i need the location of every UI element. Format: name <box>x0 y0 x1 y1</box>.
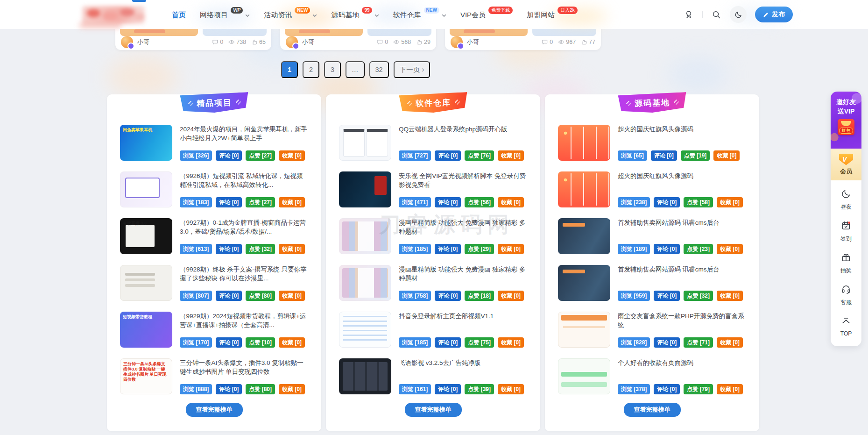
item-thumbnail[interactable]: 闲鱼卖苹果耳机 <box>120 125 172 161</box>
item-thumbnail[interactable] <box>558 218 610 254</box>
favorites-badge: 收藏 [0] <box>498 384 524 394</box>
page-button[interactable]: 2 <box>303 61 319 78</box>
side-tool-gift[interactable]: 抽奖 <box>831 248 861 279</box>
list-item[interactable]: 首发辅助售卖网站源码 讯睿cms后台 浏览 [959] 评论 [0] 点赞 [3… <box>558 265 746 301</box>
item-title[interactable]: 漫画星精简版 功能强大 免费漫画 独家精彩 多种题材 <box>399 265 527 283</box>
nav-item-3[interactable]: 源码基地 99 <box>331 10 379 20</box>
item-thumbnail[interactable] <box>558 265 610 301</box>
side-tool-calendar[interactable]: 签到 <box>831 216 861 248</box>
nav-item-home[interactable]: 首页 <box>172 10 186 20</box>
medal-icon[interactable] <box>684 9 694 20</box>
item-thumbnail[interactable] <box>339 265 391 301</box>
invite-line2: 送VIP <box>838 107 855 116</box>
list-item[interactable]: 飞语影视 v3.2.5去广告纯净版 浏览 [161] 评论 [0] 点赞 [39… <box>339 358 527 394</box>
list-item[interactable]: 雨尘交友盲盒系统一款PHP开源免费的盲盒系统 浏览 [828] 评论 [0] 点… <box>558 312 746 348</box>
list-item[interactable]: 超火的国庆红旗风头像源码 浏览 [65] 评论 [0] 点赞 [19] 收藏 [… <box>558 125 746 161</box>
nav-item-6[interactable]: 加盟网站 日入2k <box>527 10 578 20</box>
column-ribbon: 软件仓库 <box>397 92 469 114</box>
invite-vip-banner[interactable]: 邀好友 送VIP 红包 <box>831 92 861 149</box>
publish-button[interactable]: 发布 <box>755 7 793 22</box>
list-item[interactable]: 安乐视 全网VIP蓝光视频解析脚本 免登录付费影视免费看 浏览 [471] 评论… <box>339 171 527 207</box>
item-thumbnail[interactable]: 短视频带货教程 <box>120 312 172 348</box>
item-stat-badges: 浏览 [170] 评论 [0] 点赞 [10] 收藏 [0] <box>180 337 308 348</box>
item-title[interactable]: 超火的国庆红旗风头像源码 <box>618 171 746 180</box>
item-title[interactable]: 首发辅助售卖网站源码 讯睿cms后台 <box>618 218 746 227</box>
avatar[interactable] <box>286 36 298 48</box>
list-item[interactable]: 个人好看的收款有页面源码 浏览 [378] 评论 [0] 点赞 [79] 收藏 … <box>558 358 746 394</box>
item-title[interactable]: 飞语影视 v3.2.5去广告纯净版 <box>399 358 527 367</box>
list-item[interactable]: 漫画星精简版 功能强大 免费漫画 独家精彩 多种题材 浏览 [185] 评论 [… <box>339 218 527 254</box>
author-name[interactable]: 小哥 <box>302 38 314 46</box>
list-item[interactable]: QQ云端机器人登录系统php源码开心版 浏览 [727] 评论 [0] 点赞 [… <box>339 125 527 161</box>
column-title: 软件仓库 <box>415 97 451 109</box>
item-thumbnail[interactable] <box>120 265 172 301</box>
list-item[interactable]: 三分钟一条AI头条爆文 插件3.0 复制粘贴 一键生成抄书图片 单日变现四位数 … <box>120 358 308 394</box>
comments-badge: 评论 [0] <box>435 337 461 348</box>
red-packet-icon[interactable]: 红包 <box>838 119 854 135</box>
item-thumbnail[interactable] <box>558 312 610 348</box>
side-tool-headset[interactable]: 客服 <box>831 279 861 311</box>
avatar[interactable] <box>121 36 133 48</box>
item-thumbnail[interactable] <box>339 218 391 254</box>
item-title[interactable]: （9927期）0-1成为金牌直播-橱窗商品卡运营3.0，基础/货品/场景/话术/… <box>180 218 308 236</box>
item-title[interactable]: 漫画星精简版 功能强大 免费漫画 独家精彩 多种题材 <box>399 218 527 236</box>
site-logo[interactable] <box>82 6 145 24</box>
page-button[interactable]: 1 <box>281 61 298 78</box>
item-title[interactable]: QQ云端机器人登录系统php源码开心版 <box>399 125 527 134</box>
vip-member-label: 会员 <box>840 167 852 176</box>
side-tool-chevron-up[interactable]: TOP <box>831 311 861 342</box>
vip-member-entry[interactable]: V 会员 <box>831 149 861 180</box>
item-thumbnail[interactable] <box>339 125 391 161</box>
page-button[interactable]: … <box>346 61 365 78</box>
item-title[interactable]: 抖音免登录解析主页全部视频V1.1 <box>399 312 527 321</box>
nav-item-5[interactable]: VIP会员 免费下载 <box>460 10 513 20</box>
item-thumbnail[interactable] <box>120 171 172 207</box>
side-tool-moon[interactable]: 昼夜 <box>831 184 861 216</box>
item-thumbnail[interactable]: 三分钟一条AI头条爆文 插件3.0 复制粘贴 一键生成抄书图片 单日变现四位数 <box>120 358 172 394</box>
nav-item-1[interactable]: 网络项目 VIP <box>200 10 250 20</box>
list-item[interactable]: 抖音免登录解析主页全部视频V1.1 浏览 [185] 评论 [0] 点赞 [75… <box>339 312 527 348</box>
comments-badge: 评论 [0] <box>654 291 680 301</box>
nav-item-2[interactable]: 活动资讯 NEW <box>264 10 317 20</box>
item-thumbnail[interactable] <box>558 125 610 161</box>
item-title[interactable]: 超火的国庆红旗风头像源码 <box>618 125 746 134</box>
author-name[interactable]: 小哥 <box>137 38 149 46</box>
list-item[interactable]: 首发辅助售卖网站源码 讯睿cms后台 浏览 [189] 评论 [0] 点赞 [2… <box>558 218 746 254</box>
list-item[interactable]: 漫画星精简版 功能强大 免费漫画 独家精彩 多种题材 浏览 [758] 评论 [… <box>339 265 527 301</box>
page-button[interactable]: 32 <box>369 61 389 78</box>
item-title[interactable]: 安乐视 全网VIP蓝光视频解析脚本 免登录付费影视免费看 <box>399 171 527 189</box>
list-item[interactable]: 短视频带货教程 （9929期）2024短视频带货教程，剪辑课+运营课+直播课+拍… <box>120 312 308 348</box>
nav-item-4[interactable]: 软件仓库 NEW <box>393 10 446 20</box>
favorites-badge: 收藏 [0] <box>279 150 305 161</box>
item-thumbnail[interactable] <box>339 358 391 394</box>
item-title[interactable]: 雨尘交友盲盒系统一款PHP开源免费的盲盒系统 <box>618 312 746 329</box>
search-icon[interactable] <box>711 9 721 20</box>
view-full-list-button[interactable]: 查看完整榜单 <box>624 403 681 417</box>
item-thumbnail[interactable] <box>339 171 391 207</box>
item-title[interactable]: 三分钟一条AI头条爆文，插件3.0 复制粘贴一键生成抄书图片 单日变现四位数 <box>180 358 308 376</box>
item-thumbnail[interactable] <box>558 171 610 207</box>
list-item[interactable]: （9928期）终极 杀手文案-撰写系统 只要你掌握了这些秘诀 你可以在沙漠里..… <box>120 265 308 301</box>
item-thumbnail[interactable] <box>339 312 391 348</box>
item-thumbnail[interactable] <box>558 358 610 394</box>
item-title[interactable]: 个人好看的收款有页面源码 <box>618 358 746 367</box>
avatar[interactable] <box>451 36 463 48</box>
item-body: 首发辅助售卖网站源码 讯睿cms后台 浏览 [959] 评论 [0] 点赞 [3… <box>618 265 746 301</box>
item-title[interactable]: 2024年最火爆的项目，闲鱼卖苹果耳机，新手小白轻松月入2W+简单易上手 <box>180 125 308 143</box>
list-item[interactable]: 闲鱼卖苹果耳机 2024年最火爆的项目，闲鱼卖苹果耳机，新手小白轻松月入2W+简… <box>120 125 308 161</box>
list-item[interactable]: （9926期）短视频引流 私域转化课，短视频精准引流私域，在私域高效转化... … <box>120 171 308 207</box>
item-title[interactable]: （9928期）终极 杀手文案-撰写系统 只要你掌握了这些秘诀 你可以在沙漠里..… <box>180 265 308 283</box>
dark-mode-toggle[interactable] <box>730 6 747 23</box>
next-page-button[interactable]: 下一页 › <box>394 61 430 78</box>
views-badge: 浏览 [185] <box>399 244 431 254</box>
list-item[interactable]: 金牌直播 3.0 （9927期）0-1成为金牌直播-橱窗商品卡运营3.0，基础/… <box>120 218 308 254</box>
item-title[interactable]: 首发辅助售卖网站源码 讯睿cms后台 <box>618 265 746 274</box>
list-item[interactable]: 超火的国庆红旗风头像源码 浏览 [238] 评论 [0] 点赞 [58] 收藏 … <box>558 171 746 207</box>
page-button[interactable]: 3 <box>324 61 341 78</box>
item-thumbnail[interactable]: 金牌直播 3.0 <box>120 218 172 254</box>
view-full-list-button[interactable]: 查看完整榜单 <box>186 403 243 417</box>
author-name[interactable]: 小哥 <box>467 38 479 46</box>
item-title[interactable]: （9926期）短视频引流 私域转化课，短视频精准引流私域，在私域高效转化... <box>180 171 308 189</box>
view-full-list-button[interactable]: 查看完整榜单 <box>405 403 462 417</box>
item-title[interactable]: （9929期）2024短视频带货教程，剪辑课+运营课+直播课+拍摄课（全套高清.… <box>180 312 308 329</box>
